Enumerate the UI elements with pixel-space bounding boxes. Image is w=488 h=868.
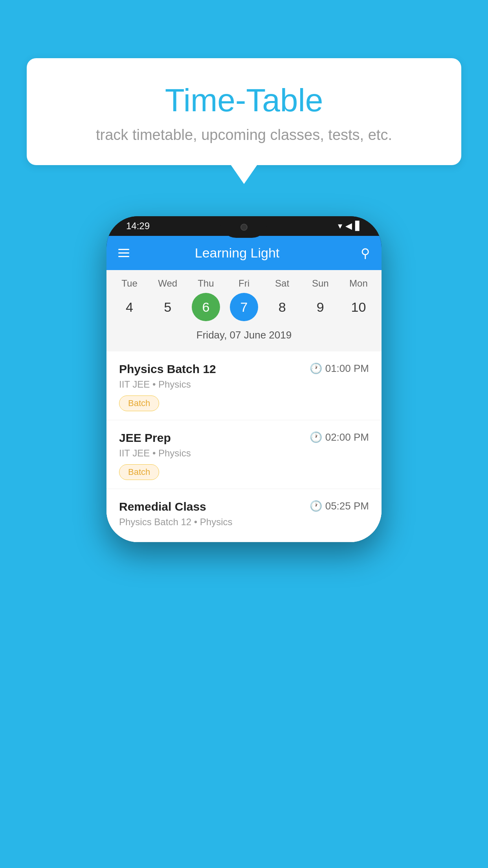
class-subtitle-2: IIT JEE • Physics: [119, 448, 369, 459]
class-item-3-top: Remedial Class 🕐 05:25 PM: [119, 500, 369, 513]
day-headers: Tue Wed Thu Fri Sat Sun Mon: [106, 278, 382, 289]
day-8[interactable]: 8: [268, 293, 296, 321]
class-item-1[interactable]: Physics Batch 12 🕐 01:00 PM IIT JEE • Ph…: [106, 351, 382, 420]
clock-icon-3: 🕐: [310, 500, 322, 512]
bubble-subtitle: track timetable, upcoming classes, tests…: [46, 127, 442, 143]
selected-date: Friday, 07 June 2019: [106, 326, 382, 348]
class-subtitle-3: Physics Batch 12 • Physics: [119, 517, 369, 528]
phone-frame: 14:29 ▾ ◀ ▋ Learning Light ⚲: [106, 216, 382, 542]
day-header-tue: Tue: [116, 278, 144, 289]
day-header-thu: Thu: [192, 278, 220, 289]
day-7-selected[interactable]: 7: [230, 293, 258, 321]
class-item-1-top: Physics Batch 12 🕐 01:00 PM: [119, 362, 369, 376]
class-item-2-top: JEE Prep 🕐 02:00 PM: [119, 431, 369, 445]
class-name-1: Physics Batch 12: [119, 362, 216, 376]
day-10[interactable]: 10: [344, 293, 372, 321]
phone-screen: Tue Wed Thu Fri Sat Sun Mon 4 5 6 7 8 9 …: [106, 270, 382, 542]
day-6-today[interactable]: 6: [192, 293, 220, 321]
speech-bubble: Time-Table track timetable, upcoming cla…: [27, 58, 461, 165]
class-time-1: 🕐 01:00 PM: [310, 362, 369, 375]
battery-icon: ▋: [355, 221, 362, 231]
front-camera: [240, 224, 248, 231]
status-time: 14:29: [126, 221, 150, 232]
batch-tag-1: Batch: [119, 395, 159, 411]
clock-icon-1: 🕐: [310, 362, 322, 375]
day-header-wed: Wed: [154, 278, 182, 289]
day-numbers: 4 5 6 7 8 9 10: [106, 293, 382, 321]
class-item-2[interactable]: JEE Prep 🕐 02:00 PM IIT JEE • Physics Ba…: [106, 420, 382, 489]
day-9[interactable]: 9: [306, 293, 334, 321]
status-bar: 14:29 ▾ ◀ ▋: [106, 216, 382, 236]
class-name-2: JEE Prep: [119, 431, 171, 445]
day-5[interactable]: 5: [154, 293, 182, 321]
bubble-title: Time-Table: [46, 82, 442, 119]
calendar-strip: Tue Wed Thu Fri Sat Sun Mon 4 5 6 7 8 9 …: [106, 270, 382, 351]
app-header: Learning Light ⚲: [106, 236, 382, 270]
search-icon[interactable]: ⚲: [361, 246, 370, 261]
day-header-mon: Mon: [344, 278, 372, 289]
day-header-sun: Sun: [306, 278, 334, 289]
class-name-3: Remedial Class: [119, 500, 206, 513]
day-header-sat: Sat: [268, 278, 296, 289]
class-item-3[interactable]: Remedial Class 🕐 05:25 PM Physics Batch …: [106, 489, 382, 542]
class-time-3: 🕐 05:25 PM: [310, 500, 369, 512]
app-title: Learning Light: [129, 245, 345, 261]
class-time-2: 🕐 02:00 PM: [310, 431, 369, 443]
menu-button[interactable]: [118, 249, 129, 257]
speech-bubble-container: Time-Table track timetable, upcoming cla…: [27, 58, 461, 165]
phone-container: 14:29 ▾ ◀ ▋ Learning Light ⚲: [106, 216, 382, 542]
clock-icon-2: 🕐: [310, 431, 322, 443]
batch-tag-2: Batch: [119, 464, 159, 480]
class-time-value-2: 02:00 PM: [325, 431, 369, 443]
signal-icon: ◀: [345, 221, 352, 231]
class-time-value-3: 05:25 PM: [325, 500, 369, 512]
day-header-fri: Fri: [230, 278, 258, 289]
class-time-value-1: 01:00 PM: [325, 362, 369, 375]
wifi-icon: ▾: [338, 221, 342, 231]
phone-notch: [220, 216, 268, 238]
day-4[interactable]: 4: [116, 293, 144, 321]
status-icons: ▾ ◀ ▋: [338, 221, 362, 231]
class-subtitle-1: IIT JEE • Physics: [119, 379, 369, 390]
class-list: Physics Batch 12 🕐 01:00 PM IIT JEE • Ph…: [106, 351, 382, 542]
